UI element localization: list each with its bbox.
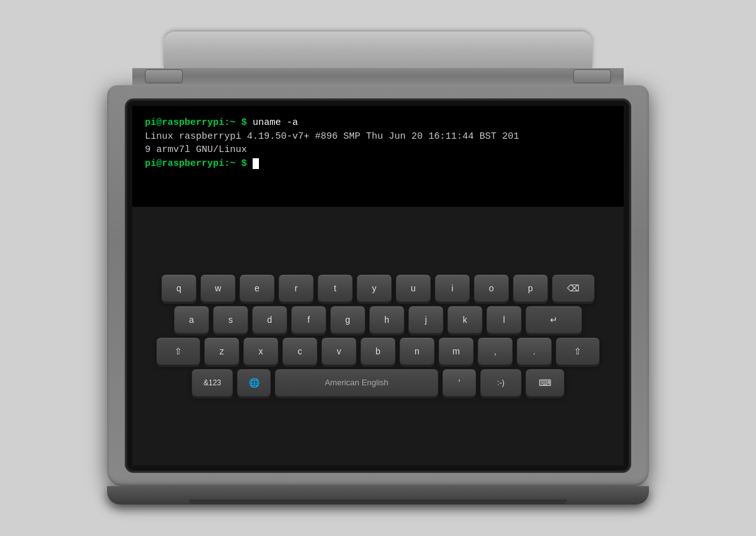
device-top-bar <box>164 32 592 68</box>
key-hide-keyboard[interactable]: ⌨ <box>525 369 564 397</box>
key-123[interactable]: &123 <box>192 369 233 397</box>
key-v[interactable]: v <box>321 337 357 365</box>
key-c[interactable]: c <box>282 337 318 365</box>
key-period[interactable]: . <box>517 337 552 365</box>
key-g[interactable]: g <box>330 306 365 334</box>
key-comma[interactable]: , <box>478 337 513 365</box>
keyboard-area: q w e r t y u i o p ⌫ a s d f <box>132 207 624 465</box>
device-body: pi@raspberrypi:~ $ uname -a Linux raspbe… <box>107 85 649 486</box>
key-shift-left[interactable]: ⇧ <box>156 337 200 365</box>
hinge-bracket-right <box>573 69 611 83</box>
keyboard-row-2: a s d f g h j k l ↵ <box>174 306 582 334</box>
key-j[interactable]: j <box>408 306 444 334</box>
key-e[interactable]: e <box>239 274 275 302</box>
key-t[interactable]: t <box>318 274 353 302</box>
terminal-line-4: pi@raspberrypi:~ $ <box>145 157 611 171</box>
key-f[interactable]: f <box>291 306 326 334</box>
screen-bezel: pi@raspberrypi:~ $ uname -a Linux raspbe… <box>126 100 630 472</box>
key-space[interactable]: American English <box>275 369 438 397</box>
keyboard-row-3: ⇧ z x c v b n m , . ⇧ <box>156 337 600 365</box>
terminal-prompt-2: pi@raspberrypi:~ $ <box>145 158 253 169</box>
key-a[interactable]: a <box>174 306 209 334</box>
key-n[interactable]: n <box>399 337 435 365</box>
keyboard-row-1: q w e r t y u i o p ⌫ <box>161 274 595 302</box>
device-shell: pi@raspberrypi:~ $ uname -a Linux raspbe… <box>107 32 649 504</box>
key-shift-right[interactable]: ⇧ <box>556 337 600 365</box>
key-h[interactable]: h <box>369 306 404 334</box>
terminal-display: pi@raspberrypi:~ $ uname -a Linux raspbe… <box>132 106 624 207</box>
key-s[interactable]: s <box>213 306 248 334</box>
key-x[interactable]: x <box>243 337 278 365</box>
key-globe[interactable]: 🌐 <box>237 369 271 397</box>
key-emoji[interactable]: :-) <box>480 369 522 397</box>
terminal-cursor <box>253 158 259 169</box>
hinge-bracket-left <box>145 69 183 83</box>
terminal-command-1: uname -a <box>253 117 298 128</box>
key-l[interactable]: l <box>486 306 522 334</box>
terminal-line-1: pi@raspberrypi:~ $ uname -a <box>145 116 611 130</box>
terminal-output-line3: 9 armv7l GNU/Linux <box>145 143 611 157</box>
key-q[interactable]: q <box>161 274 197 302</box>
device-bottom-stand <box>107 486 649 504</box>
key-y[interactable]: y <box>357 274 392 302</box>
key-w[interactable]: w <box>200 274 236 302</box>
key-p[interactable]: p <box>513 274 548 302</box>
key-backspace[interactable]: ⌫ <box>552 274 595 302</box>
key-apostrophe[interactable]: ' <box>442 369 476 397</box>
device-hinge <box>132 68 624 85</box>
key-z[interactable]: z <box>204 337 239 365</box>
key-b[interactable]: b <box>360 337 396 365</box>
key-r[interactable]: r <box>278 274 314 302</box>
terminal-output-line2: Linux raspberrypi 4.19.50-v7+ #896 SMP T… <box>145 130 611 144</box>
key-o[interactable]: o <box>474 274 509 302</box>
key-m[interactable]: m <box>438 337 474 365</box>
keyboard-row-4: &123 🌐 American English ' :-) ⌨ <box>192 369 564 397</box>
key-enter[interactable]: ↵ <box>525 306 582 334</box>
key-u[interactable]: u <box>396 274 431 302</box>
key-k[interactable]: k <box>447 306 483 334</box>
key-i[interactable]: i <box>435 274 470 302</box>
terminal-prompt-1: pi@raspberrypi:~ $ <box>145 117 253 128</box>
key-d[interactable]: d <box>252 306 287 334</box>
